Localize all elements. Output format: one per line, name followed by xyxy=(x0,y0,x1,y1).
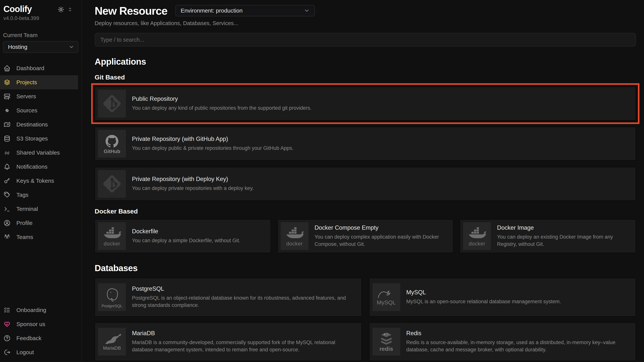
sidebar-item-dashboard[interactable]: Dashboard xyxy=(0,61,78,75)
main-content: New Resource Environment: production Dep… xyxy=(82,0,644,362)
card-body: Dockerfile You can deploy a simple Docke… xyxy=(132,228,240,244)
card-body: Private Repository (with GitHub App) You… xyxy=(132,136,294,152)
card-body: MariaDB MariaDB is a community-developed… xyxy=(132,330,356,354)
card-title: PostgreSQL xyxy=(132,285,356,292)
page-subtitle: Deploy resources, like Applications, Dat… xyxy=(95,20,636,26)
card-title: Private Repository (with Deploy Key) xyxy=(132,176,254,182)
card-postgresql[interactable]: PostgreSQL PostgreSQL PostgreSQL is an o… xyxy=(95,278,362,317)
sidebar-item-label: Servers xyxy=(16,93,36,100)
card-title: Docker Image xyxy=(497,224,630,231)
card-description: You can deploy private repositories with… xyxy=(132,185,254,192)
environment-select-value: Environment: production xyxy=(181,7,242,14)
sidebar-footer-menu: Onboarding Sponsor us Feedback Logout xyxy=(0,303,82,359)
git-icon xyxy=(98,90,126,118)
mariadb-wordmark: MariaDB xyxy=(103,346,121,351)
sidebar-item-terminal[interactable]: Terminal xyxy=(0,202,78,216)
brand-row: Coolify xyxy=(0,4,82,14)
team-select[interactable]: Hosting xyxy=(3,41,78,53)
card-redis[interactable]: redis Redis Redis is a source-available,… xyxy=(369,322,636,361)
sidebar-item-notifications[interactable]: Notifications xyxy=(0,160,78,174)
mysql-wordmark: MySQL xyxy=(377,299,396,306)
card-description: You can deploy any kind of public reposi… xyxy=(132,105,312,112)
tag-icon xyxy=(4,191,11,198)
card-mysql[interactable]: MySQL MySQL MySQL is an open-source rela… xyxy=(369,278,636,317)
sidebar-item-label: Sponsor us xyxy=(16,321,45,327)
docker-wordmark: docker xyxy=(104,241,120,247)
card-title: MariaDB xyxy=(132,330,356,337)
card-title: Redis xyxy=(406,330,630,337)
sidebar-item-label: Profile xyxy=(16,220,32,226)
docker-logo: docker xyxy=(98,222,126,250)
card-body: Docker Compose Empty You can deploy comp… xyxy=(314,224,448,248)
chevron-down-icon xyxy=(68,44,74,50)
sidebar-item-feedback[interactable]: Feedback xyxy=(0,331,78,345)
key-icon xyxy=(4,177,11,184)
card-private-repository-github-app[interactable]: GitHub Private Repository (with GitHub A… xyxy=(95,127,636,161)
sidebar-item-servers[interactable]: Servers xyxy=(0,89,78,103)
card-dockerfile[interactable]: docker Dockerfile You can deploy a simpl… xyxy=(95,219,271,253)
redis-wordmark: redis xyxy=(380,346,393,352)
card-body: Docker Image You can deploy an existing … xyxy=(497,224,630,248)
databases-section-title: Databases xyxy=(95,263,636,273)
sidebar-item-destinations[interactable]: Destinations xyxy=(0,118,78,132)
card-public-repository[interactable]: Public Repository You can deploy any kin… xyxy=(95,87,636,121)
card-title: Dockerfile xyxy=(132,228,240,235)
card-docker-compose-empty[interactable]: docker Docker Compose Empty You can depl… xyxy=(277,219,454,253)
card-description: Redis is a source-available, in-memory s… xyxy=(406,339,630,354)
sidebar-item-label: Projects xyxy=(16,79,37,86)
card-description: You can deploy a simple Dockerfile, with… xyxy=(132,237,240,244)
sidebar-item-label: Notifications xyxy=(16,164,48,170)
search-input[interactable] xyxy=(95,33,636,47)
card-body: MySQL MySQL is an open-source relational… xyxy=(406,289,561,305)
terminal-icon xyxy=(4,205,11,212)
redis-logo: redis xyxy=(372,328,400,356)
sidebar-item-profile[interactable]: Profile xyxy=(0,216,78,230)
git-branch-icon xyxy=(4,107,11,114)
sidebar-item-label: Sources xyxy=(16,107,37,114)
sidebar-item-onboarding[interactable]: Onboarding xyxy=(0,303,78,317)
bell-icon xyxy=(4,163,11,170)
chevron-down-icon xyxy=(304,7,310,14)
sidebar: Coolify v4.0.0-beta.399 Current Team Hos… xyxy=(0,0,82,362)
page-header: New Resource Environment: production xyxy=(95,4,636,17)
sidebar-item-teams[interactable]: Teams xyxy=(0,230,78,244)
sidebar-item-projects[interactable]: Projects xyxy=(0,75,78,89)
variable-icon: (x) xyxy=(4,149,11,156)
card-mariadb[interactable]: MariaDB MariaDB MariaDB is a community-d… xyxy=(95,322,362,361)
docker-wordmark: docker xyxy=(286,241,303,247)
sidebar-item-logout[interactable]: Logout xyxy=(0,345,78,359)
card-body: Private Repository (with Deploy Key) You… xyxy=(132,176,254,192)
sidebar-item-tags[interactable]: Tags xyxy=(0,188,78,202)
git-based-subsection-title: Git Based xyxy=(95,74,636,81)
users-icon xyxy=(4,233,11,241)
sidebar-item-shared-variables[interactable]: (x) Shared Variables xyxy=(0,146,78,160)
sidebar-item-label: Tags xyxy=(16,192,28,198)
map-icon xyxy=(4,121,11,128)
theme-toggle-sun-icon[interactable] xyxy=(58,6,64,13)
collapse-selector-icon[interactable] xyxy=(68,7,73,12)
environment-select[interactable]: Environment: production xyxy=(176,5,315,16)
card-title: Docker Compose Empty xyxy=(314,224,448,231)
app-version: v4.0.0-beta.399 xyxy=(0,14,82,21)
docker-logo: docker xyxy=(463,222,491,250)
sidebar-item-s3-storages[interactable]: S3 Storages xyxy=(0,132,78,146)
sidebar-item-sponsor-us[interactable]: Sponsor us xyxy=(0,317,78,331)
database-cards: PostgreSQL PostgreSQL PostgreSQL is an o… xyxy=(95,278,636,361)
docker-based-cards: docker Dockerfile You can deploy a simpl… xyxy=(95,219,636,253)
card-description: MySQL is an open-source relational datab… xyxy=(406,298,561,305)
sidebar-item-keys-tokens[interactable]: Keys & Tokens xyxy=(0,174,78,188)
postgresql-wordmark: PostgreSQL xyxy=(102,304,122,308)
card-docker-image[interactable]: docker Docker Image You can deploy an ex… xyxy=(460,219,636,253)
sidebar-item-label: Terminal xyxy=(16,206,38,212)
brand-icons xyxy=(58,6,73,13)
svg-text:(x): (x) xyxy=(5,151,9,155)
card-body: PostgreSQL PostgreSQL is an object-relat… xyxy=(132,285,356,309)
sidebar-item-sources[interactable]: Sources xyxy=(0,103,78,118)
card-body: Public Repository You can deploy any kin… xyxy=(132,95,312,112)
server-icon xyxy=(4,93,11,100)
sidebar-item-label: Feedback xyxy=(16,335,42,342)
postgresql-logo: PostgreSQL xyxy=(98,283,126,311)
docker-based-subsection-title: Docker Based xyxy=(95,208,636,215)
card-private-repository-deploy-key[interactable]: Private Repository (with Deploy Key) You… xyxy=(95,167,636,201)
mariadb-logo: MariaDB xyxy=(98,328,126,356)
